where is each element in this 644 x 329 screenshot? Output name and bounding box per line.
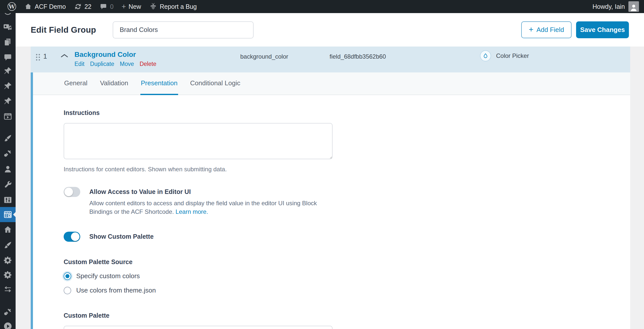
palette-source-label: Custom Palette Source [64,258,630,266]
page-header: Edit Field Group + Add Field Save Change… [16,13,644,47]
field-title-link[interactable]: Background Color [74,51,136,59]
home-icon [24,3,32,11]
sidebar-item-gear-2[interactable] [3,270,12,279]
sidebar-item-plug[interactable] [3,307,12,316]
sidebar-item-appearance[interactable] [3,134,12,143]
updates-refresh-icon [74,3,82,11]
field-row[interactable]: 1 Background Color Edit Duplicate Move D… [31,47,630,72]
new-content-menu[interactable]: + New [117,0,145,13]
sidebar-item-pin-2[interactable] [3,81,12,91]
instructions-label: Instructions [64,109,630,116]
sidebar-item-gear-1[interactable] [3,256,12,265]
sidebar-item-video[interactable] [3,112,12,121]
tab-conditional-logic[interactable]: Conditional Logic [190,72,241,95]
save-changes-button[interactable]: Save Changes [576,21,629,38]
updates-count: 22 [85,3,92,10]
add-field-label: Add Field [536,26,564,34]
instructions-textarea[interactable] [64,123,333,159]
field-type: Color Picker [480,50,529,61]
field-key: field_68dfbb3562b60 [330,53,386,60]
report-bug-label: Report a Bug [160,3,197,10]
content-area: 1 Background Color Edit Duplicate Move D… [16,47,644,329]
presentation-panel: Instructions Instructions for content ed… [33,95,630,329]
updates-link[interactable]: 22 [70,0,96,13]
field-type-label: Color Picker [496,52,529,59]
radio-unselected-icon[interactable] [64,287,71,294]
sidebar-item-users[interactable] [3,164,12,174]
page-title: Edit Field Group [31,25,96,35]
howdy-label: Howdy, Iain [592,3,625,10]
allow-access-setting: Allow Access to Value in Editor UI Allow… [64,187,630,216]
sidebar-item-pin-3[interactable] [3,97,12,106]
tab-general[interactable]: General [64,72,88,95]
comments-link[interactable]: 0 [95,0,117,13]
wordpress-logo-icon: W [8,2,16,11]
custom-palette-label: Custom Palette [64,312,630,319]
drag-handle-icon[interactable] [35,53,41,61]
report-bug-link[interactable]: Report a Bug [145,0,201,13]
sidebar-item-swap[interactable] [3,285,12,294]
show-custom-palette-label: Show Custom Palette [89,233,154,240]
duplicate-field-link[interactable]: Duplicate [90,61,114,67]
field-settings-tabs: General Validation Presentation Conditio… [33,72,630,95]
sidebar-item-settings[interactable] [3,195,12,204]
field-group-card: 1 Background Color Edit Duplicate Move D… [31,47,630,329]
wordpress-menu[interactable]: W [4,0,20,13]
sidebar-item-pages[interactable] [3,37,12,47]
learn-more-link[interactable]: Learn more. [176,208,208,215]
site-name-link[interactable]: ACF Demo [20,0,70,13]
open-field-accent-bar [31,72,33,329]
field-actions: Edit Duplicate Move Delete [74,61,160,67]
tab-presentation[interactable]: Presentation [140,72,178,95]
sidebar-item-dashboard[interactable] [3,13,12,16]
edit-field-link[interactable]: Edit [74,61,85,67]
droplet-icon [480,50,491,61]
admin-bar: W ACF Demo 22 0 + New Report a Bug Howdy… [0,0,644,13]
avatar [628,1,639,12]
field-order: 1 [43,53,47,60]
sidebar-item-media[interactable] [3,22,12,31]
plus-icon: + [122,3,126,10]
show-custom-palette-setting: Show Custom Palette [64,232,630,242]
radio-selected-icon[interactable] [64,272,71,280]
site-name-label: ACF Demo [35,3,66,10]
sidebar-item-plugins[interactable] [3,149,12,158]
radio-use-theme-json[interactable]: Use colors from theme.json [64,286,630,294]
show-custom-palette-toggle[interactable] [64,232,80,242]
new-label: New [129,3,141,10]
sidebar-item-brush[interactable] [3,241,12,250]
radio-specify-custom-colors[interactable]: Specify custom colors [64,272,630,280]
instructions-help: Instructions for content editors. Shown … [64,166,630,173]
tab-validation[interactable]: Validation [100,72,129,95]
plus-icon: + [529,25,534,34]
allow-access-toggle[interactable] [64,187,80,197]
allow-access-description: Allow content editors to access and disp… [89,199,332,216]
sidebar-item-play[interactable] [3,322,12,329]
sidebar-item-acf-active[interactable] [0,207,16,222]
admin-sidebar [0,13,16,329]
move-field-link[interactable]: Move [120,61,134,67]
sidebar-item-comments[interactable] [3,53,12,62]
add-field-button[interactable]: + Add Field [521,21,572,38]
sidebar-item-home[interactable] [3,225,12,234]
sidebar-item-pin-1[interactable] [3,66,12,75]
delete-field-link[interactable]: Delete [140,61,156,67]
account-menu[interactable]: Howdy, Iain [592,1,640,12]
field-group-name-input[interactable] [113,21,254,38]
comment-bubble-icon [99,3,107,11]
allow-access-label: Allow Access to Value in Editor UI [89,188,332,195]
sidebar-item-tools[interactable] [3,180,12,189]
acf-field-groups-icon [3,210,12,219]
collapse-chevron-icon[interactable] [60,53,68,60]
bee-icon [149,3,157,11]
field-name: background_color [240,53,288,60]
custom-palette-input[interactable] [64,326,333,329]
comments-count: 0 [110,3,113,10]
